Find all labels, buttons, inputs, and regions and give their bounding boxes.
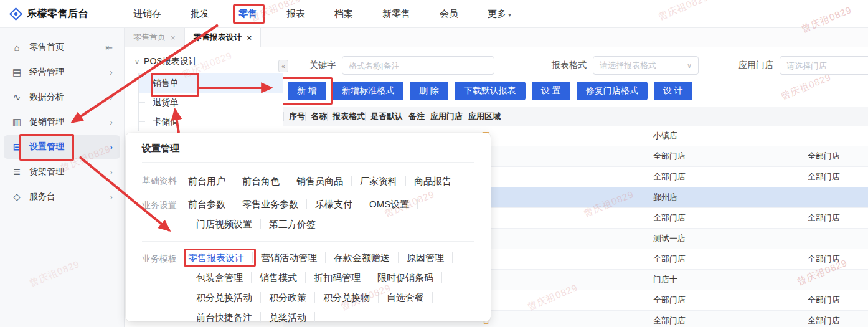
sidebar-item[interactable]: ⌂ 零售首页 ⇤	[4, 36, 120, 59]
chevron-right-icon[interactable]: ⇤	[105, 42, 113, 52]
menu-link[interactable]: 前台参数	[188, 199, 234, 209]
tree-root-node[interactable]: ∨ POS报表设计	[125, 52, 283, 71]
menu-link[interactable]: 门店视频设置	[188, 219, 261, 229]
nav-item[interactable]: 报表	[286, 8, 307, 20]
menu-link[interactable]: 前台角色	[234, 176, 288, 186]
menu-link[interactable]: 包装盒管理	[188, 272, 252, 283]
menu-link[interactable]: 自选套餐	[379, 292, 433, 303]
tab[interactable]: 零售首页 ×	[125, 28, 185, 47]
chevron-right-icon[interactable]: ›	[110, 92, 113, 102]
menu-link[interactable]: 兑奖活动	[261, 312, 315, 323]
menu-link[interactable]: 商品报告	[406, 176, 460, 186]
nav-item-label: 零售	[238, 8, 257, 19]
sidebar: ⌂ 零售首页 ⇤ ▤ 经营管理 › ∿ 数据分析 › ▥ 促销管理 › ⊟ 设置…	[0, 28, 125, 327]
menu-link[interactable]: 折扣码管理	[306, 272, 369, 283]
mega-menu-title: 设置管理	[142, 143, 474, 154]
menu-link[interactable]: 乐檬支付	[307, 199, 361, 209]
chevron-right-icon[interactable]: ›	[110, 117, 113, 127]
toolbar-button-label: 修复门店格式	[586, 85, 638, 95]
sidebar-item[interactable]: ▤ 经营管理 ›	[4, 60, 120, 84]
menu-link[interactable]: 限时促销条码	[369, 272, 442, 283]
nav-item[interactable]: 档案	[334, 8, 355, 20]
menu-link[interactable]: 积分兑换物	[315, 292, 379, 303]
toolbar-button[interactable]: 删 除	[410, 82, 448, 100]
menu-link-label: 前台用户	[188, 176, 225, 186]
sidebar-item-label: 设置管理	[29, 141, 64, 153]
toolbar-button[interactable]: 下载默认报表	[455, 82, 526, 100]
nav-menu: 进销存批发零售报表档案新零售会员更多▾	[133, 8, 511, 20]
chevron-right-icon[interactable]: ›	[110, 167, 113, 177]
nav-item[interactable]: 新零售	[382, 8, 412, 20]
menu-link[interactable]: 营销活动管理	[253, 252, 326, 263]
menu-link[interactable]: 销售员商品	[288, 176, 352, 186]
toolbar-button-label: 设 置	[541, 85, 561, 95]
menu-link[interactable]: 存款金额赠送	[326, 252, 399, 263]
sidebar-item[interactable]: ◇ 服务台 ›	[4, 185, 120, 209]
cell-store: 全部门店	[648, 151, 802, 162]
store-input[interactable]	[780, 56, 868, 75]
format-select[interactable]: 请选择报表格式 ∨	[593, 56, 699, 75]
format-label: 报表格式	[552, 60, 587, 71]
menu-link-label: OMS设置	[369, 199, 409, 209]
menu-link[interactable]: OMS设置	[361, 199, 418, 209]
nav-item[interactable]: 更多▾	[488, 8, 511, 20]
close-icon[interactable]: ×	[171, 33, 176, 42]
tree-item[interactable]: 销售单	[139, 73, 283, 93]
caret-down-icon: ∨	[687, 62, 692, 70]
sidebar-item-label: 促销管理	[29, 116, 64, 128]
menu-link[interactable]: 积分政策	[261, 292, 315, 303]
cell-region: 全部门店	[802, 315, 868, 326]
toolbar-button[interactable]: 设 计	[654, 82, 692, 100]
nav-item[interactable]: 批发	[191, 8, 211, 20]
mega-menu-section: 业务设置 前台参数零售业务参数乐檬支付OMS设置门店视频设置第三方价签	[142, 199, 474, 229]
panel-collapse-handle[interactable]: «	[278, 60, 288, 72]
menu-link[interactable]: 前台用户	[188, 176, 234, 186]
section-label: 业务设置	[142, 199, 188, 229]
nav-item[interactable]: 零售	[238, 8, 259, 20]
tree-item[interactable]: 卡储值	[139, 112, 283, 131]
menu-link[interactable]: 前台快捷备注	[188, 312, 261, 323]
nav-item[interactable]: 会员	[440, 8, 460, 20]
menu-link-label: 前台参数	[188, 199, 225, 209]
menu-link-label: 限时促销条码	[377, 272, 433, 283]
menu-link[interactable]: 原因管理	[399, 252, 453, 263]
tree-item-list: 销售单退货单卡储值	[138, 73, 283, 131]
sidebar-item-label: 经营管理	[29, 67, 64, 78]
sidebar-item[interactable]: ▥ 促销管理 ›	[4, 110, 120, 134]
sidebar-item[interactable]: ≣ 货架管理 ›	[4, 160, 120, 184]
toolbar-button[interactable]: 设 置	[532, 82, 570, 100]
toolbar-button[interactable]: 新增标准格式	[333, 82, 403, 100]
close-icon[interactable]: ×	[247, 33, 252, 42]
tree-item[interactable]: 退货单	[139, 93, 283, 112]
tab[interactable]: 零售报表设计 ×	[185, 28, 262, 47]
toolbar-button[interactable]: 新 增	[288, 82, 326, 100]
sidebar-item-label: 零售首页	[29, 42, 64, 53]
chevron-right-icon[interactable]: ›	[110, 192, 113, 202]
chevron-right-icon[interactable]: ›	[110, 67, 113, 77]
menu-link-label: 兑奖活动	[269, 312, 306, 323]
menu-link[interactable]: 积分兑换活动	[188, 292, 261, 303]
menu-link[interactable]: 厂家资料	[352, 176, 406, 186]
sidebar-item-icon: ▥	[11, 116, 22, 128]
keyword-input[interactable]	[342, 56, 494, 75]
toolbar-button-label: 删 除	[419, 85, 439, 95]
settings-mega-menu: 设置管理 基础资料 前台用户前台角色销售员商品厂家资料商品报告 业务设置 前台参…	[126, 133, 491, 321]
chevron-right-icon[interactable]: ›	[110, 142, 113, 152]
menu-link[interactable]: 零售业务参数	[234, 199, 307, 209]
sidebar-item[interactable]: ⊟ 设置管理 ›	[4, 135, 120, 159]
menu-link[interactable]: 第三方价签	[261, 219, 324, 229]
menu-link[interactable]: 零售报表设计	[188, 252, 253, 263]
menu-link[interactable]: 销售模式	[252, 272, 306, 283]
menu-link-label: 前台快捷备注	[196, 312, 252, 323]
nav-item[interactable]: 进销存	[133, 8, 163, 20]
menu-link-label: 第三方价签	[269, 219, 316, 229]
toolbar-button[interactable]: 修复门店格式	[577, 82, 648, 100]
cell-region: 全部门店	[802, 295, 868, 306]
app-logo: 乐檬零售后台	[11, 7, 88, 21]
filter-bar: 关键字 报表格式 请选择报表格式 ∨ 应用门店	[283, 56, 868, 75]
toolbar-button-label: 下载默认报表	[464, 85, 516, 95]
caret-expand-icon[interactable]: ∨	[134, 58, 139, 66]
sidebar-item[interactable]: ∿ 数据分析 ›	[4, 85, 120, 109]
tree-item-label: 销售单	[153, 78, 179, 89]
sidebar-item-icon: ≣	[11, 166, 22, 178]
